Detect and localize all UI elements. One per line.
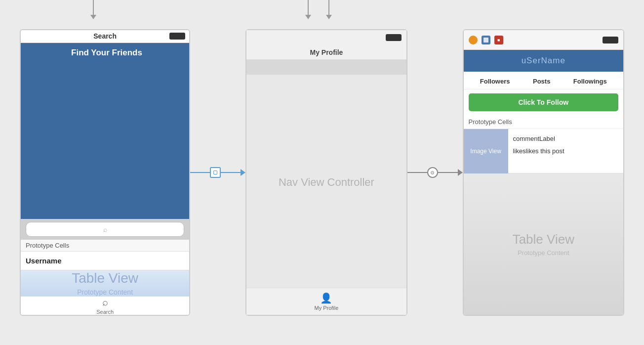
- connector1-line-left: [190, 172, 210, 173]
- nav-top-title: My Profile: [310, 48, 343, 56]
- screen1-table-view-sub: Prototype Content: [77, 288, 133, 296]
- screen1-search-container: ⌕: [21, 219, 189, 240]
- screen3-prototype-cells: Prototype Cells: [464, 115, 623, 129]
- arrow-screen1: [90, 0, 96, 19]
- nav-tab-label: My Profile: [314, 305, 338, 311]
- screen3-table-view-sub: Prototype Content: [518, 249, 569, 257]
- screen1-nav-title: Search: [93, 32, 117, 40]
- icon-red: ■: [494, 36, 503, 44]
- screen1-header-title: Find Your Friends: [27, 48, 187, 58]
- connector1: [190, 167, 245, 178]
- screen3-table-view: Table View Prototype Content: [464, 173, 623, 315]
- likes-label: likeslikes this post: [513, 147, 564, 155]
- screen3-top-bar: ■: [464, 30, 623, 50]
- screen1-prototype-cells-header: Prototype Cells: [21, 240, 189, 252]
- nav-gray-strip: [246, 60, 406, 75]
- nav-top-bar: My Profile: [246, 30, 406, 60]
- image-view: Image View: [464, 129, 508, 173]
- screen1-frame: Search Find Your Friends ⌕ Prototype Cel…: [20, 29, 190, 316]
- nav-tab-icon: 👤: [320, 292, 332, 304]
- post-cell: Image View commentLabel likeslikes this …: [464, 129, 623, 173]
- icon-blue-inner: [483, 38, 488, 43]
- nav-status-bar: [386, 34, 402, 41]
- screen1-table-view: Table View Prototype Content: [21, 270, 189, 296]
- nav-bottom-bar: 👤 My Profile: [246, 288, 406, 315]
- screen3-stats: Followers Posts Followings: [464, 72, 623, 89]
- screen1-status-bar: [169, 33, 185, 40]
- connector2: ⚙: [407, 167, 463, 178]
- connector2-circle: ⚙: [427, 167, 438, 178]
- screen1-table-view-label: Table View: [72, 270, 138, 286]
- nav-view-label: Nav View Controller: [279, 176, 374, 189]
- connector2-line-left: [407, 172, 427, 173]
- screen1-tab-bar: ⌕ Search: [21, 296, 189, 315]
- connector2-line-right: [438, 172, 458, 173]
- search-icon: ⌕: [103, 225, 107, 233]
- screen3-status-bar: [603, 37, 618, 43]
- screen1-tab-label: Search: [96, 309, 114, 315]
- screen1-username-row[interactable]: Username: [21, 252, 189, 270]
- icon-red-inner: ■: [497, 38, 500, 43]
- screen1-search-input[interactable]: ⌕: [26, 222, 184, 237]
- follow-button[interactable]: Click To Follow: [469, 93, 618, 111]
- stat-posts: Posts: [533, 78, 550, 85]
- icon-orange: [469, 36, 478, 44]
- connector1-inner-square-icon: [213, 171, 217, 174]
- screen1-tab-icon: ⌕: [102, 297, 108, 308]
- arrow-nav-left: [305, 0, 311, 19]
- connector1-line-right: [221, 172, 241, 173]
- screen3-table-view-label: Table View: [513, 232, 574, 247]
- arrow-nav-right: [326, 0, 332, 19]
- connector1-arrowhead: [241, 169, 245, 176]
- post-labels: commentLabel likeslikes this post: [508, 129, 569, 173]
- connector2-arrowhead: [458, 169, 463, 176]
- screen3-frame: ■ uSerName Followers Posts Followings Cl…: [463, 29, 624, 316]
- screen3-username: uSerName: [470, 56, 617, 66]
- screen3-username-bar: uSerName: [464, 50, 623, 72]
- comment-label: commentLabel: [513, 135, 564, 142]
- connector1-square: [210, 167, 221, 178]
- stat-followers: Followers: [480, 78, 510, 85]
- stat-followings: Followings: [573, 78, 607, 85]
- icon-blue: [482, 36, 490, 44]
- screen1-navbar: Search: [21, 30, 189, 43]
- nav-view-controller: My Profile Nav View Controller 👤 My Prof…: [245, 29, 407, 316]
- screen1-blue-header: Find Your Friends: [21, 43, 190, 219]
- canvas: Search Find Your Friends ⌕ Prototype Cel…: [0, 0, 644, 345]
